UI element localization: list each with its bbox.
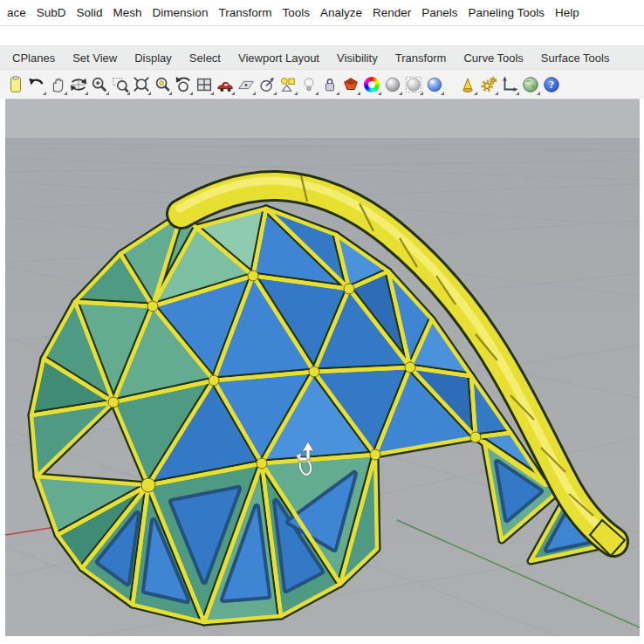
- zoom-selected-icon[interactable]: [153, 73, 172, 96]
- shaded-sphere-icon[interactable]: [383, 73, 402, 96]
- pan-icon[interactable]: [48, 73, 67, 96]
- earth-anchor-icon[interactable]: [521, 73, 540, 96]
- main-toolbar: ?: [0, 70, 644, 99]
- tab-display[interactable]: Display: [134, 51, 172, 65]
- menu-bar: ace SubD Solid Mesh Dimension Transform …: [0, 0, 644, 24]
- menu-item-analyze[interactable]: Analyze: [320, 6, 362, 19]
- menu-item-tools[interactable]: Tools: [282, 6, 310, 19]
- menu-item-mesh[interactable]: Mesh: [113, 6, 142, 19]
- rhino-window: ace SubD Solid Mesh Dimension Transform …: [0, 0, 644, 644]
- tab-cplanes[interactable]: CPlanes: [12, 51, 55, 65]
- tab-viewport-layout[interactable]: Viewport Layout: [238, 51, 319, 65]
- set-view-icon[interactable]: [257, 73, 277, 96]
- show-objects-icon[interactable]: [278, 73, 298, 96]
- tab-select[interactable]: Select: [189, 51, 221, 65]
- set-cplane-icon[interactable]: [236, 73, 256, 96]
- rendered-sphere-icon[interactable]: [425, 73, 444, 96]
- menu-item-solid[interactable]: Solid: [77, 6, 103, 19]
- zoom-extents-icon[interactable]: [132, 73, 151, 96]
- tab-surface-tools[interactable]: Surface Tools: [541, 51, 610, 65]
- toolbar-tab-row: CPlanes Set View Display Select Viewport…: [0, 45, 644, 70]
- viewport-canvas: [5, 99, 640, 636]
- dimension-move-icon[interactable]: [500, 73, 519, 96]
- new-file-icon[interactable]: [6, 73, 25, 96]
- menu-item-dimension[interactable]: Dimension: [153, 6, 209, 19]
- menu-item-subd[interactable]: SubD: [37, 6, 66, 19]
- help-icon[interactable]: ?: [542, 73, 561, 96]
- menu-item-paneling-tools[interactable]: Paneling Tools: [469, 6, 545, 19]
- viewport-3d[interactable]: [5, 99, 640, 635]
- menu-item-render[interactable]: Render: [373, 6, 411, 19]
- zoom-window-icon[interactable]: [111, 73, 130, 96]
- menu-item-transform[interactable]: Transform: [218, 6, 271, 19]
- shaded-display-icon[interactable]: [341, 73, 360, 96]
- undo-view-change-icon[interactable]: [174, 73, 193, 96]
- tab-visibility[interactable]: Visibility: [337, 51, 378, 65]
- undo-icon[interactable]: [27, 73, 46, 96]
- tab-transform[interactable]: Transform: [395, 51, 447, 65]
- menu-item-panels[interactable]: Panels: [421, 6, 457, 19]
- menu-item-help[interactable]: Help: [555, 6, 579, 19]
- named-view-car-icon[interactable]: [216, 73, 235, 96]
- menu-item-surface[interactable]: ace: [7, 6, 26, 19]
- tab-set-view[interactable]: Set View: [72, 51, 117, 65]
- zoom-in-icon[interactable]: [90, 73, 109, 96]
- color-wheel-icon[interactable]: [362, 73, 381, 96]
- analyze-cone-icon[interactable]: [458, 73, 477, 96]
- lights-icon[interactable]: [299, 73, 319, 96]
- svg-text:?: ?: [549, 79, 554, 91]
- ghosted-sphere-icon[interactable]: [404, 73, 423, 96]
- viewport-sky: [5, 99, 640, 139]
- options-gears-icon[interactable]: [479, 73, 498, 96]
- rotate-view-icon[interactable]: [69, 73, 88, 96]
- viewport-layout-icon[interactable]: [195, 73, 214, 96]
- tab-curve-tools[interactable]: Curve Tools: [463, 51, 523, 65]
- lock-icon[interactable]: [320, 73, 339, 96]
- menu-divider: [0, 25, 644, 26]
